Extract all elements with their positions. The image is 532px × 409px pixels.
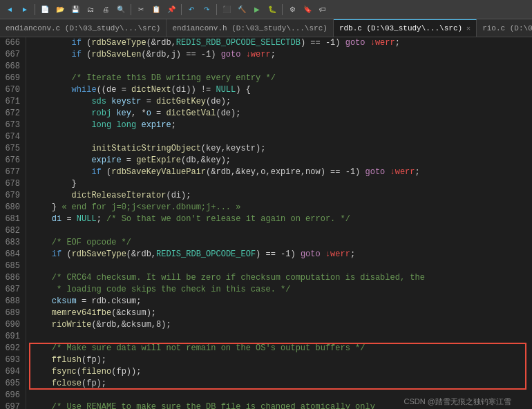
paste-btn[interactable]: 📌 bbox=[164, 3, 178, 17]
highlighted-region: /* Make sure data will not remain on the… bbox=[32, 343, 532, 390]
code-line-680: } « end for j=0;j<server.dbnum;j+... » bbox=[32, 202, 532, 213]
tab-endianconv-c[interactable]: endianconv.c (D:\03_study\...\src) bbox=[0, 19, 167, 37]
tabs-bar: endianconv.c (D:\03_study\...\src) endia… bbox=[0, 19, 532, 37]
copy-btn[interactable]: 📋 bbox=[149, 3, 163, 17]
sep1 bbox=[35, 4, 35, 15]
config-btn[interactable]: ⚙ bbox=[285, 3, 299, 17]
code-line-679: dictReleaseIterator(di); bbox=[32, 190, 532, 202]
code-line-692: /* Make sure data will not remain on the… bbox=[32, 343, 532, 354]
cut-btn[interactable]: ✂ bbox=[134, 3, 148, 17]
run-btn[interactable]: ▶ bbox=[250, 3, 264, 17]
tab-rio-c[interactable]: rio.c (D:\03_study\... bbox=[477, 19, 532, 37]
save-btn[interactable]: 💾 bbox=[68, 3, 82, 17]
code-line-672: robj key, *o = dictGetVal(de); bbox=[32, 108, 532, 120]
sep3 bbox=[181, 4, 182, 15]
code-line-678: } bbox=[32, 178, 532, 190]
sep5 bbox=[282, 4, 283, 15]
sep4 bbox=[216, 4, 217, 15]
code-line-675: initStaticStringObject(key,keystr); bbox=[32, 143, 532, 155]
tag-btn[interactable]: 🏷 bbox=[316, 3, 330, 17]
tab-label: endianconv.h (D:\03_study\...\src) bbox=[172, 24, 327, 32]
build-btn[interactable]: ⬛ bbox=[220, 3, 234, 17]
code-line-667: if (rdbSaveLen(&rdb,j) == -1) goto ↓werr… bbox=[32, 49, 532, 61]
undo-btn[interactable]: ↶ bbox=[184, 3, 198, 17]
save-all-btn[interactable]: 🗂 bbox=[84, 3, 97, 17]
code-line-690: rioWrite(&rdb,&cksum,8); bbox=[32, 319, 532, 331]
code-line-689: memrev64ifbe(&cksum); bbox=[32, 307, 532, 319]
code-line-682 bbox=[32, 225, 532, 237]
code-line-691 bbox=[32, 331, 532, 343]
code-container: 666 667 668 669 670 671 672 673 674 675 … bbox=[0, 37, 532, 409]
code-line-671: sds keystr = dictGetKey(de); bbox=[32, 96, 532, 108]
code-line-673: long long expire; bbox=[32, 120, 532, 131]
code-line-681: di = NULL; /* So that we don't release i… bbox=[32, 213, 532, 225]
tab-endianconv-h[interactable]: endianconv.h (D:\03_study\...\src) bbox=[167, 19, 333, 37]
code-line-666: if (rdbSaveType(&rdb,REDIS_RDB_OPCODE_SE… bbox=[32, 37, 532, 49]
tab-rdb-c[interactable]: rdb.c (D:\03_study\...\src) ✕ bbox=[334, 19, 477, 37]
code-line-676: expire = getExpire(db,&key); bbox=[32, 155, 532, 167]
code-line-684: if (rdbSaveType(&rdb,REDIS_RDB_OPCODE_EO… bbox=[32, 249, 532, 260]
tab-label: endianconv.c (D:\03_study\...\src) bbox=[6, 24, 160, 32]
sep2 bbox=[131, 4, 131, 15]
forward-btn[interactable]: ► bbox=[18, 3, 32, 17]
code-line-677: if (rdbSaveKeyValuePair(&rdb,&key,o,expi… bbox=[32, 167, 532, 178]
tab-close-icon[interactable]: ✕ bbox=[466, 24, 471, 32]
code-line-685 bbox=[32, 260, 532, 272]
back-btn[interactable]: ◄ bbox=[3, 3, 17, 17]
code-line-695: fclose(fp); bbox=[32, 378, 532, 390]
code-line-670: while((de = dictNext(di)) != NULL) { bbox=[32, 84, 532, 96]
code-line-669: /* Iterate this DB writing every entry *… bbox=[32, 73, 532, 84]
tab-label: rdb.c (D:\03_study\...\src) bbox=[339, 24, 462, 32]
compile-btn[interactable]: 🔨 bbox=[235, 3, 249, 17]
code-line-688: cksum = rdb.cksum; bbox=[32, 296, 532, 307]
redo-btn[interactable]: ↷ bbox=[200, 3, 213, 17]
code-line-693: fflush(fp); bbox=[32, 354, 532, 366]
open-btn[interactable]: 📂 bbox=[53, 3, 67, 17]
code-line-687: * loading code skips the check in this c… bbox=[32, 284, 532, 296]
code-line-668 bbox=[32, 61, 532, 73]
code-line-674 bbox=[32, 131, 532, 143]
tab-label: rio.c (D:\03_study\... bbox=[482, 24, 532, 32]
bookmark-btn[interactable]: 🔖 bbox=[301, 3, 314, 17]
line-numbers: 666 667 668 669 670 671 672 673 674 675 … bbox=[0, 37, 26, 409]
new-btn[interactable]: 📄 bbox=[38, 3, 52, 17]
find-btn[interactable]: 🔍 bbox=[114, 3, 128, 17]
code-line-694: fsync(fileno(fp)); bbox=[32, 366, 532, 378]
toolbar: ◄ ► 📄 📂 💾 🗂 🖨 🔍 ✂ 📋 📌 ↶ ↷ ⬛ 🔨 ▶ 🐛 ⚙ 🔖 🏷 bbox=[0, 0, 532, 19]
code-editor[interactable]: if (rdbSaveType(&rdb,REDIS_RDB_OPCODE_SE… bbox=[26, 37, 532, 409]
watermark: CSDN @踏雪无痕之独钓寒江雪 bbox=[404, 396, 511, 408]
code-line-686: /* CRC64 checksum. It will be zero if ch… bbox=[32, 272, 532, 284]
debug-btn[interactable]: 🐛 bbox=[265, 3, 279, 17]
code-line-683: /* EOF opcode */ bbox=[32, 237, 532, 249]
print-btn[interactable]: 🖨 bbox=[99, 3, 113, 17]
